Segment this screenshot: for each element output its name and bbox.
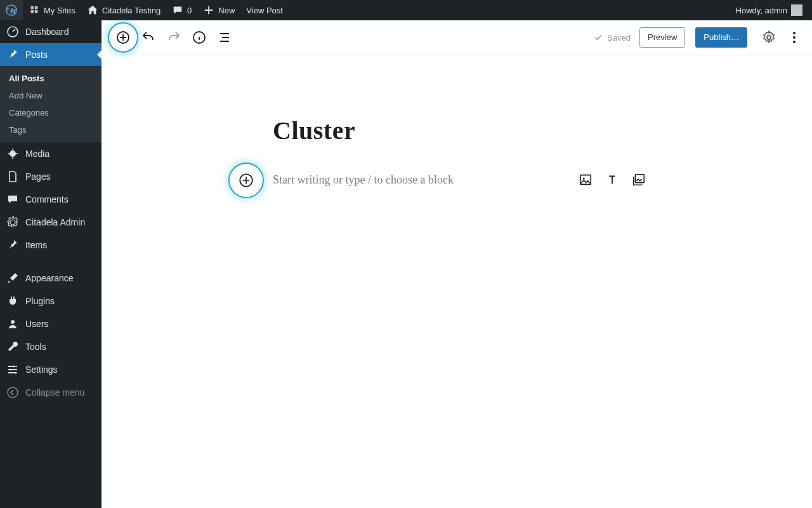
plus-icon [203,4,214,16]
redo-button[interactable] [162,26,185,49]
block-placeholder: Start writing or type / to choose a bloc… [273,173,454,187]
sidebar-item-comments[interactable]: Comments [0,188,102,211]
svg-point-6 [15,371,16,373]
svg-rect-17 [636,174,645,182]
svg-point-4 [13,365,15,367]
page-icon [6,170,19,183]
svg-point-16 [583,177,585,179]
collapse-label: Collapse menu [25,387,84,398]
media-icon [6,147,19,160]
brush-icon [6,272,19,284]
info-icon [192,30,207,45]
sidebar-item-appearance[interactable]: Appearance [0,267,102,290]
document: Cluster Start writing or type / to choos… [273,116,641,187]
pin-icon [6,48,19,61]
my-sites-label: My Sites [44,6,75,15]
saved-label: Saved [607,33,631,43]
sidebar-item-label: Items [25,240,47,250]
svg-point-7 [8,387,18,398]
sidebar-item-plugins[interactable]: Plugins [0,290,102,312]
sidebar-item-label: Appearance [25,273,74,283]
post-title[interactable]: Cluster [273,116,641,145]
site-home-link[interactable]: Citadela Testing [81,0,166,20]
insert-image-button[interactable] [579,173,594,188]
comment-icon [6,193,19,206]
sidebar-item-citadela-admin[interactable]: Citadela Admin [0,211,102,234]
account-menu[interactable]: Howdy, admin [730,0,808,20]
sidebar-item-posts[interactable]: Posts [0,43,102,66]
collapse-menu[interactable]: Collapse menu [0,381,102,404]
gear-icon [6,216,19,229]
submenu-item-tags[interactable]: Tags [0,121,102,138]
new-label: New [218,6,235,15]
sidebar-item-label: Posts [25,50,48,60]
saved-indicator: Saved [587,32,637,43]
sidebar-item-label: Dashboard [25,27,69,37]
svg-point-11 [793,32,796,34]
sidebar-item-label: Pages [25,171,51,182]
sidebar-item-items[interactable]: Items [0,234,102,257]
heading-icon [605,173,619,187]
comments-link[interactable]: 0 [166,0,197,20]
submenu-item-all-posts[interactable]: All Posts [0,70,102,87]
admin-bar: My Sites Citadela Testing 0 New View Pos… [0,0,812,20]
sidebar-item-tools[interactable]: Tools [0,335,102,358]
svg-point-12 [793,36,796,39]
dashboard-icon [6,25,19,38]
greeting-label: Howdy, admin [736,6,787,15]
editor-canvas[interactable]: Cluster Start writing or type / to choos… [102,55,812,508]
settings-button[interactable] [757,26,780,49]
publish-button[interactable]: Publish… [695,27,747,48]
sidebar-item-label: Users [25,319,49,329]
network-icon [29,4,40,16]
sidebar-item-label: Plugins [25,296,55,306]
submenu-item-add-new[interactable]: Add New [0,87,102,104]
check-icon [593,32,603,43]
avatar [791,4,802,16]
site-name-label: Citadela Testing [102,6,160,15]
add-block-button[interactable] [112,26,134,49]
sidebar-item-settings[interactable]: Settings [0,358,102,381]
comment-icon [172,4,183,16]
outline-button[interactable] [213,26,236,49]
user-icon [6,318,19,330]
posts-submenu: All Posts Add New Categories Tags [0,66,102,142]
sidebar-item-dashboard[interactable]: Dashboard [0,20,102,43]
admin-sidebar: Dashboard Posts All Posts Add New Catego… [0,20,102,508]
undo-icon [141,30,156,45]
sidebar-item-pages[interactable]: Pages [0,165,102,188]
inline-add-block-button[interactable] [231,165,261,196]
insert-heading-button[interactable] [605,173,620,188]
wp-logo[interactable] [0,0,23,20]
my-sites-link[interactable]: My Sites [23,0,81,20]
undo-button[interactable] [137,26,160,49]
view-post-link[interactable]: View Post [240,0,289,20]
collapse-icon [6,386,19,399]
info-button[interactable] [188,26,211,49]
preview-button[interactable]: Preview [639,27,685,48]
editor-toolbar: Saved Preview Publish… [102,20,812,55]
sidebar-item-label: Settings [25,364,58,375]
kebab-icon [787,30,802,45]
sidebar-item-media[interactable]: Media [0,142,102,165]
wordpress-icon [6,4,17,16]
editor: Saved Preview Publish… Cluster Start wri… [102,20,812,508]
sidebar-item-label: Media [25,149,49,159]
plus-circle-icon [115,30,131,45]
insert-gallery-button[interactable] [632,173,647,188]
sidebar-item-users[interactable]: Users [0,312,102,335]
new-content-link[interactable]: New [197,0,240,20]
list-icon [217,30,232,45]
gallery-icon [632,173,646,187]
more-options-button[interactable] [783,26,806,49]
sliders-icon [6,363,19,376]
svg-point-13 [793,41,796,43]
submenu-item-categories[interactable]: Categories [0,104,102,121]
plug-icon [6,295,19,307]
home-icon [87,4,98,16]
empty-block[interactable]: Start writing or type / to choose a bloc… [273,173,641,187]
image-icon [579,173,593,187]
gear-icon [761,30,776,45]
sidebar-item-label: Citadela Admin [25,217,85,227]
svg-point-10 [767,36,771,39]
